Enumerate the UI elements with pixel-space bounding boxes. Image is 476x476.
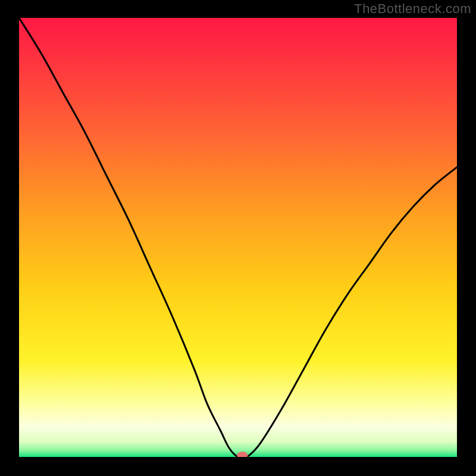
chart-frame: TheBottleneck.com bbox=[0, 0, 476, 476]
gradient-background bbox=[19, 18, 457, 457]
plot-svg bbox=[19, 18, 457, 457]
watermark-text: TheBottleneck.com bbox=[354, 1, 471, 17]
plot-area bbox=[19, 18, 457, 457]
